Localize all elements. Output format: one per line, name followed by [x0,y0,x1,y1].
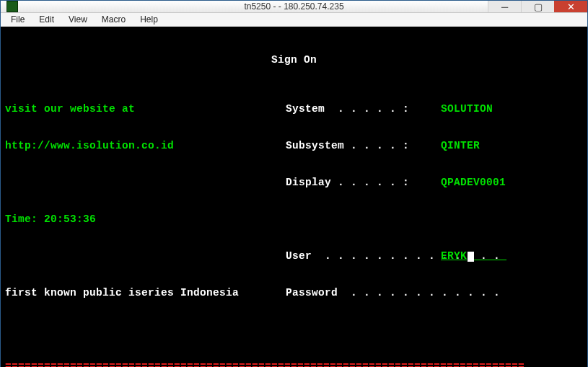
divider-top: ========================================… [5,361,525,367]
subsystem-value: QINTER [441,140,480,152]
system-value: SOLUTION [441,103,493,115]
user-label: User . . . . . . . . . . . . . . [286,250,441,262]
close-button[interactable]: ✕ [554,1,587,12]
menu-view[interactable]: View [61,13,95,26]
app-icon [6,1,18,12]
subsystem-label: Subsystem . . . . : [286,140,441,152]
system-label: System . . . . . : [286,103,441,115]
menu-help[interactable]: Help [133,13,165,26]
menu-macro[interactable]: Macro [95,13,133,26]
display-label: Display . . . . . : [286,177,441,189]
website-prompt: visit our website at [5,103,135,115]
window-controls: ─ ▢ ✕ [488,1,587,12]
password-label: Password . . . . . . . . . . . . [286,287,441,299]
titlebar[interactable]: tn5250 - - 180.250.74.235 ─ ▢ ✕ [1,1,587,13]
time-label: Time: 20:53:36 [5,213,96,226]
signon-title: Sign On [271,54,317,66]
app-window: tn5250 - - 180.250.74.235 ─ ▢ ✕ File Edi… [0,0,588,367]
menu-edit[interactable]: Edit [32,13,61,26]
terminal-screen[interactable]: Sign On visit our website at System . . … [1,27,587,367]
maximize-button[interactable]: ▢ [521,1,554,12]
display-value: QPADEV0001 [441,177,506,189]
minimize-button[interactable]: ─ [488,1,521,12]
website-url: http://www.isolution.co.id [5,140,174,152]
menubar: File Edit View Macro Help [1,13,587,27]
tagline: first known public iseries Indonesia [5,287,239,299]
cursor-icon [468,252,474,262]
user-input[interactable]: ERYK [441,250,506,262]
window-title: tn5250 - - 180.250.74.235 [244,1,343,12]
menu-file[interactable]: File [4,13,32,26]
